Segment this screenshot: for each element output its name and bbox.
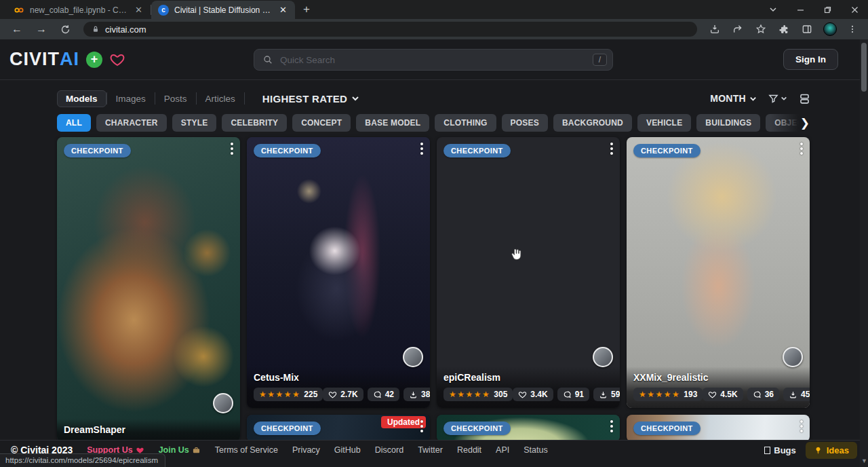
footer-link-reddit[interactable]: Reddit (457, 445, 481, 455)
filter-button[interactable] (768, 93, 787, 105)
stat-pills: 4.5K3645K (703, 388, 810, 401)
address-url: civitai.com (105, 24, 146, 35)
tab-articles[interactable]: Articles (197, 90, 244, 107)
close-tab-icon[interactable]: ✕ (277, 4, 290, 16)
checkpoint-badge: CHECKPOINT (443, 422, 511, 435)
footer-link-join-us[interactable]: Join Us (159, 445, 201, 455)
model-card-epicrealism[interactable]: CHECKPOINTepiCRealism★★★★★3053.4K9159K (437, 137, 620, 408)
model-preview-image[interactable] (57, 137, 240, 442)
content-type-tabs: ModelsImagesPostsArticles (57, 90, 245, 107)
layout-icon (798, 92, 811, 105)
model-title: XXMix_9realistic (633, 372, 803, 383)
sort-dropdown[interactable]: HIGHEST RATED (262, 93, 359, 105)
creator-avatar[interactable] (593, 347, 613, 367)
card-menu-icon[interactable] (231, 143, 233, 155)
civitai-logo[interactable]: CIVITAI (9, 49, 79, 70)
footer-link-github[interactable]: GitHub (334, 445, 361, 455)
card-menu-icon[interactable] (800, 143, 803, 155)
card-stats: ★★★★★1934.5K3645K (633, 388, 803, 401)
category-chip-style[interactable]: STYLE (172, 114, 217, 132)
back-icon[interactable]: ← (7, 23, 27, 35)
category-chip-poses[interactable]: POSES (502, 114, 548, 132)
side-panel-icon[interactable] (797, 24, 816, 35)
favorites-heart-icon[interactable] (109, 52, 125, 68)
category-chip-clothing[interactable]: CLOTHING (435, 114, 496, 132)
address-bar[interactable]: civitai.com (83, 22, 697, 37)
browser-tab-colab[interactable]: new_colab_file.ipynb - Colaborat ✕ (7, 1, 151, 19)
downloads-pill: 59K (593, 388, 620, 401)
browser-profile-avatar[interactable] (823, 22, 837, 36)
close-tab-icon[interactable]: ✕ (132, 4, 145, 16)
scrollbar-down-arrow[interactable]: ▼ (861, 457, 867, 464)
model-card-partial[interactable]: UpdatedCHECKPOINT (247, 415, 430, 442)
page-scrollbar[interactable]: ▼ (860, 39, 868, 467)
bookmark-star-icon[interactable] (751, 24, 770, 35)
category-chip-all[interactable]: ALL (57, 114, 91, 132)
sign-in-button[interactable]: Sign In (783, 49, 838, 70)
model-card-partial[interactable]: CHECKPOINT (627, 415, 810, 442)
tab-divider (244, 92, 245, 105)
card-menu-icon[interactable] (610, 420, 613, 432)
model-title: Cetus-Mix (254, 372, 423, 383)
creator-avatar[interactable] (783, 347, 803, 367)
tab-search-icon[interactable] (760, 0, 787, 19)
category-chip-celebrity[interactable]: CELEBRITY (222, 114, 287, 132)
browser-tab-civitai[interactable]: c Civitai | Stable Diffusion models, ✕ (151, 1, 295, 19)
footer-link-discord[interactable]: Discord (375, 445, 403, 455)
ideas-button[interactable]: Ideas (806, 442, 857, 459)
footer-link-terms-of-service[interactable]: Terms of Service (215, 445, 278, 455)
restore-button[interactable] (814, 0, 841, 19)
category-chip-concept[interactable]: CONCEPT (292, 114, 351, 132)
bug-icon (764, 447, 770, 454)
share-icon[interactable] (728, 24, 747, 35)
create-plus-button[interactable]: + (86, 52, 102, 68)
minimize-button[interactable] (787, 0, 814, 19)
model-card-cetus-mix[interactable]: CHECKPOINTCetus-Mix★★★★★2252.7K4238K (247, 137, 430, 408)
footer-link-status[interactable]: Status (524, 445, 547, 455)
close-window-button[interactable] (841, 0, 868, 19)
bugs-link[interactable]: Bugs (764, 445, 796, 455)
tab-models[interactable]: Models (57, 90, 106, 107)
extensions-icon[interactable] (774, 24, 793, 35)
likes-pill: 4.5K (703, 388, 743, 401)
model-card-partial[interactable]: CHECKPOINT (437, 415, 620, 442)
new-tab-button[interactable]: + (295, 3, 318, 16)
footer-link-api[interactable]: API (496, 445, 509, 455)
category-chip-character[interactable]: CHARACTER (96, 114, 167, 132)
search-input[interactable] (280, 55, 586, 65)
period-dropdown[interactable]: MONTH (710, 93, 757, 104)
card-menu-icon[interactable] (800, 420, 803, 432)
layout-toggle-button[interactable] (798, 92, 811, 105)
forward-icon[interactable]: → (31, 23, 52, 35)
category-chip-buildings[interactable]: BUILDINGS (696, 114, 760, 132)
download-icon (599, 390, 608, 399)
category-chip-background[interactable]: BACKGROUND (553, 114, 632, 132)
category-chip-base-model[interactable]: BASE MODEL (356, 114, 429, 132)
category-chip-vehicle[interactable]: VEHICLE (637, 114, 691, 132)
nav-row: ModelsImagesPostsArticles HIGHEST RATED … (57, 89, 811, 108)
creator-avatar[interactable] (213, 393, 233, 413)
card-menu-icon[interactable] (420, 420, 423, 432)
footer-link-twitter[interactable]: Twitter (418, 445, 443, 455)
rating-pill: ★★★★★305 (443, 388, 513, 401)
categories-scroll-right-icon[interactable]: ❯ (800, 116, 811, 130)
card-menu-icon[interactable] (610, 143, 613, 155)
tab-posts[interactable]: Posts (155, 90, 196, 107)
card-info: Cetus-Mix★★★★★2252.7K4238K (247, 367, 430, 408)
tab-images[interactable]: Images (107, 90, 155, 107)
download-page-icon[interactable] (705, 24, 724, 35)
star-icons: ★★★★★ (259, 390, 300, 399)
model-card-xxmix_9realistic[interactable]: CHECKPOINTXXMix_9realistic★★★★★1934.5K36… (627, 137, 810, 408)
model-card-dreamshaper[interactable]: CHECKPOINTDreamShaper (57, 137, 240, 442)
quick-search[interactable]: / (254, 49, 613, 71)
chips-fade: ❯ (770, 114, 811, 132)
downloads-pill: 38K (403, 388, 430, 401)
creator-avatar[interactable] (403, 347, 423, 367)
scrollbar-thumb[interactable] (861, 43, 867, 92)
card-menu-icon[interactable] (420, 143, 423, 155)
browser-menu-icon[interactable] (844, 24, 861, 34)
chevron-down-icon (749, 95, 757, 102)
model-title: DreamShaper (64, 424, 233, 435)
reload-icon[interactable] (56, 24, 75, 35)
footer-link-privacy[interactable]: Privacy (292, 445, 320, 455)
